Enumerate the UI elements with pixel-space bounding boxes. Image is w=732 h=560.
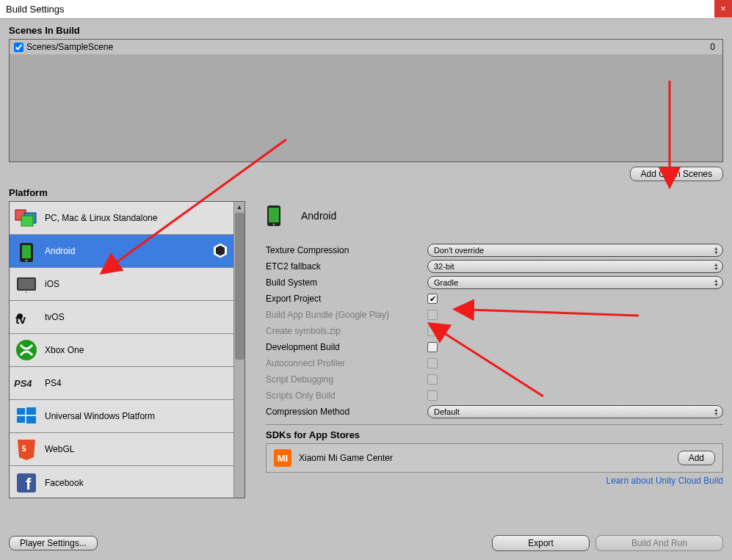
add-open-scenes-button[interactable]: Add Open Scenes	[630, 167, 723, 181]
dev-build-label: Development Build	[266, 342, 427, 352]
dev-build-checkbox[interactable]	[427, 342, 438, 352]
scene-index: 0	[710, 42, 718, 52]
platform-title: Android	[301, 210, 336, 222]
platform-label: PC, Mac & Linux Standalone	[45, 213, 157, 223]
svg-rect-14	[17, 408, 25, 415]
platform-label: PS4	[45, 378, 62, 388]
platform-item-standalone[interactable]: PC, Mac & Linux Standalone	[10, 202, 244, 235]
svg-text:f: f	[26, 475, 32, 493]
svg-point-12	[16, 340, 37, 360]
standalone-icon	[14, 206, 39, 230]
sdk-row: MI Xiaomi Mi Game Center Add	[266, 443, 723, 473]
ios-icon	[14, 272, 39, 297]
sdk-add-button[interactable]: Add	[678, 451, 715, 465]
platform-header: Android	[266, 201, 723, 230]
platform-item-tvos[interactable]: tv tvOS	[10, 301, 244, 334]
platform-label: Android	[45, 246, 75, 256]
script-debug-label: Script Debugging	[266, 374, 427, 385]
app-bundle-label: Build App Bundle (Google Play)	[266, 310, 427, 320]
svg-rect-16	[17, 416, 25, 423]
webgl-icon: 5	[14, 437, 39, 462]
svg-text:tv: tv	[15, 313, 26, 326]
platform-label: Universal Windows Platform	[45, 411, 155, 421]
svg-text:5: 5	[22, 445, 26, 453]
build-system-label: Build System	[266, 277, 427, 288]
platform-label: tvOS	[45, 312, 65, 322]
window-title: Build Settings	[6, 4, 65, 15]
platform-label: iOS	[45, 279, 59, 289]
export-project-label: Export Project	[266, 294, 427, 304]
windows-icon	[14, 404, 39, 429]
svg-point-24	[273, 224, 275, 226]
compression-dropdown[interactable]: Default	[427, 405, 723, 418]
scroll-thumb[interactable]	[235, 213, 244, 360]
close-icon: ×	[720, 4, 725, 14]
cloud-build-link[interactable]: Learn about Unity Cloud Build	[266, 476, 723, 486]
close-button[interactable]: ×	[714, 0, 732, 18]
android-icon	[266, 204, 286, 228]
platform-item-ios[interactable]: iOS	[10, 268, 244, 301]
svg-marker-18	[18, 440, 35, 460]
autoconnect-checkbox	[427, 358, 438, 368]
platform-label: WebGL	[45, 444, 74, 454]
scripts-only-checkbox	[427, 390, 438, 401]
svg-text:PS4: PS4	[14, 378, 32, 389]
ps4-icon: PS4	[14, 371, 39, 396]
texture-compression-label: Texture Compression	[266, 245, 427, 255]
platform-label: Facebook	[45, 478, 84, 488]
svg-rect-4	[22, 245, 31, 258]
svg-point-10	[26, 291, 27, 293]
platform-item-android[interactable]: Android	[10, 235, 244, 268]
svg-rect-23	[269, 208, 279, 222]
script-debug-checkbox	[427, 374, 438, 385]
svg-rect-9	[18, 279, 35, 289]
scenes-list: Scenes/SampleScene 0	[9, 39, 723, 162]
sdk-header: SDKs for App Stores	[266, 424, 723, 443]
platform-item-facebook[interactable]: f Facebook	[10, 466, 244, 499]
player-settings-button[interactable]: Player Settings...	[9, 536, 98, 550]
platform-list: PC, Mac & Linux Standalone Android iOS	[9, 201, 245, 498]
etc2-dropdown[interactable]: 32-bit	[427, 260, 723, 273]
build-and-run-button: Build And Run	[595, 535, 723, 551]
scroll-up-icon[interactable]: ▲	[234, 202, 244, 212]
platform-item-xboxone[interactable]: Xbox One	[10, 334, 244, 367]
scene-checkbox[interactable]	[14, 43, 23, 52]
svg-rect-2	[21, 216, 33, 226]
app-bundle-checkbox	[427, 310, 438, 320]
sdk-item-label: Xiaomi Mi Game Center	[299, 453, 393, 463]
unity-badge-icon	[212, 242, 228, 261]
symbols-checkbox	[427, 326, 438, 336]
scripts-only-label: Scripts Only Build	[266, 390, 427, 401]
symbols-label: Create symbols.zip	[266, 326, 427, 336]
svg-rect-15	[26, 407, 36, 415]
autoconnect-label: Autoconnect Profiler	[266, 358, 427, 368]
xiaomi-icon: MI	[274, 449, 291, 467]
export-button[interactable]: Export	[492, 535, 590, 551]
android-icon	[14, 239, 39, 263]
svg-marker-7	[216, 246, 225, 256]
platform-item-webgl[interactable]: 5 WebGL	[10, 433, 244, 466]
platform-section-label: Platform	[0, 181, 732, 201]
platform-scrollbar[interactable]: ▲	[233, 202, 244, 498]
svg-point-5	[26, 260, 28, 262]
platform-item-ps4[interactable]: PS4 PS4	[10, 367, 244, 400]
scene-name: Scenes/SampleScene	[26, 42, 113, 52]
scene-row[interactable]: Scenes/SampleScene 0	[10, 40, 722, 54]
scenes-section-label: Scenes In Build	[0, 19, 732, 39]
titlebar: Build Settings	[0, 0, 732, 19]
etc2-label: ETC2 fallback	[266, 261, 427, 272]
compression-label: Compression Method	[266, 407, 427, 417]
facebook-icon: f	[14, 470, 39, 495]
xbox-icon	[14, 338, 39, 363]
export-project-checkbox[interactable]	[427, 294, 438, 304]
platform-item-uwp[interactable]: Universal Windows Platform	[10, 400, 244, 433]
svg-rect-17	[26, 416, 36, 423]
texture-compression-dropdown[interactable]: Don't override	[427, 244, 723, 257]
build-system-dropdown[interactable]: Gradle	[427, 276, 723, 289]
tvos-icon: tv	[14, 305, 39, 330]
platform-label: Xbox One	[45, 345, 84, 355]
